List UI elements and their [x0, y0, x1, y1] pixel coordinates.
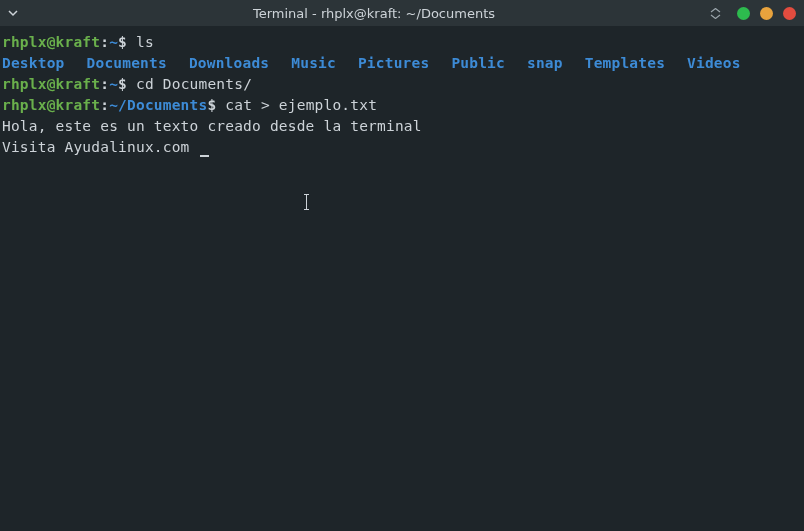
minimize-button[interactable]: [737, 7, 750, 20]
ls-item-snap: snap: [527, 53, 563, 74]
command-text: cd Documents/: [136, 76, 252, 92]
prompt-user: rhplx@kraft: [2, 34, 100, 50]
ls-item-desktop: Desktop: [2, 53, 65, 74]
close-button[interactable]: [783, 7, 796, 20]
ls-item-templates: Templates: [585, 53, 665, 74]
terminal-cursor: [200, 155, 209, 157]
ls-item-videos: Videos: [687, 53, 741, 74]
command-text: ls: [136, 34, 154, 50]
prompt-line-3: rhplx@kraft:~/Documents$ cat > ejemplo.t…: [2, 95, 802, 116]
ls-item-downloads: Downloads: [189, 53, 269, 74]
command-text: cat > ejemplo.txt: [225, 97, 377, 113]
prompt-colon: :: [100, 34, 109, 50]
maximize-button[interactable]: [760, 7, 773, 20]
input-line-2: Visita Ayudalinux.com: [2, 137, 802, 158]
ls-item-pictures: Pictures: [358, 53, 429, 74]
prompt-path: ~: [109, 76, 118, 92]
user-input-text: Hola, este es un texto creado desde la t…: [2, 118, 422, 134]
prompt-line-1: rhplx@kraft:~$ ls: [2, 32, 802, 53]
ls-output-line: DesktopDocumentsDownloadsMusicPicturesPu…: [2, 53, 802, 74]
prompt-dollar: $: [118, 76, 136, 92]
prompt-line-2: rhplx@kraft:~$ cd Documents/: [2, 74, 802, 95]
prompt-colon: :: [100, 97, 109, 113]
user-input-text: Visita Ayudalinux.com: [2, 139, 198, 155]
prompt-user: rhplx@kraft: [2, 76, 100, 92]
prompt-dollar: $: [207, 97, 225, 113]
expand-icon[interactable]: [710, 8, 721, 19]
ls-item-documents: Documents: [87, 53, 167, 74]
menu-dropdown-icon[interactable]: [8, 8, 18, 18]
ls-item-music: Music: [291, 53, 336, 74]
input-line-1: Hola, este es un texto creado desde la t…: [2, 116, 802, 137]
prompt-dollar: $: [118, 34, 136, 50]
prompt-colon: :: [100, 76, 109, 92]
prompt-path: ~/Documents: [109, 97, 207, 113]
window-title: Terminal - rhplx@kraft: ~/Documents: [38, 6, 710, 21]
prompt-user: rhplx@kraft: [2, 97, 100, 113]
ls-item-public: Public: [451, 53, 505, 74]
terminal-content[interactable]: rhplx@kraft:~$ ls DesktopDocumentsDownlo…: [0, 26, 804, 531]
text-cursor-ibeam: [306, 194, 307, 210]
window-titlebar: Terminal - rhplx@kraft: ~/Documents: [0, 0, 804, 26]
prompt-path: ~: [109, 34, 118, 50]
